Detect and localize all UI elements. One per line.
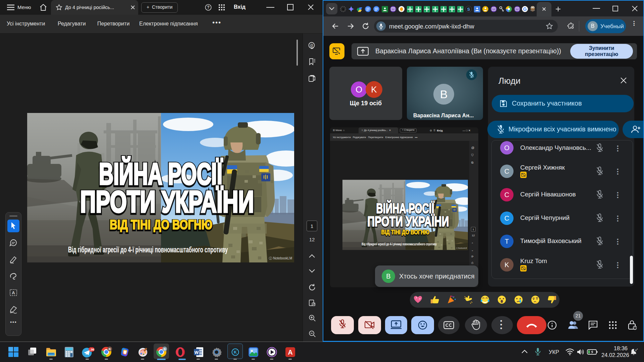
svg-text:A: A: [288, 349, 292, 356]
svg-text:A: A: [12, 290, 15, 295]
svg-text:B: B: [164, 348, 166, 351]
svg-text:z: z: [635, 349, 637, 352]
svg-text:W: W: [195, 350, 199, 355]
svg-text:?: ?: [207, 5, 209, 10]
svg-text:@: @: [310, 44, 313, 47]
svg-text:z: z: [637, 348, 638, 350]
svg-text:S: S: [467, 7, 470, 12]
svg-text:..36: ..36: [89, 348, 94, 351]
svg-text:G: G: [523, 6, 527, 12]
svg-text:R: R: [109, 348, 111, 351]
svg-text:K: K: [234, 350, 237, 355]
